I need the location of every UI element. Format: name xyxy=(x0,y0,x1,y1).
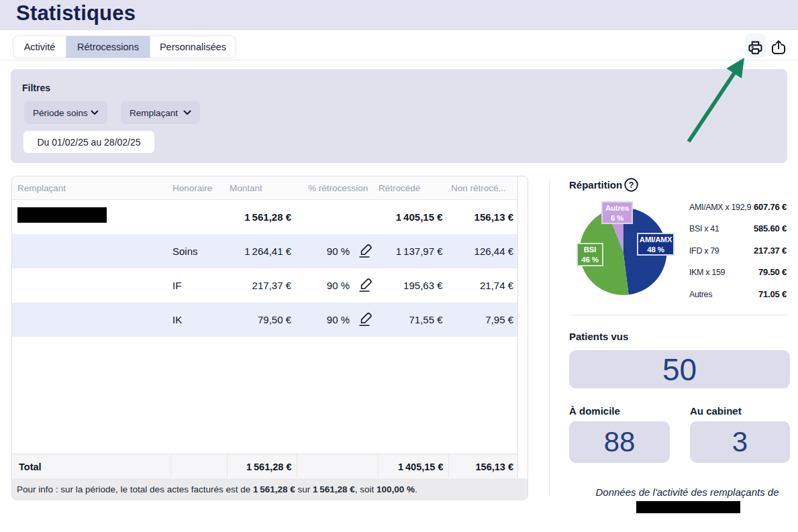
svg-text:?: ? xyxy=(629,180,634,190)
